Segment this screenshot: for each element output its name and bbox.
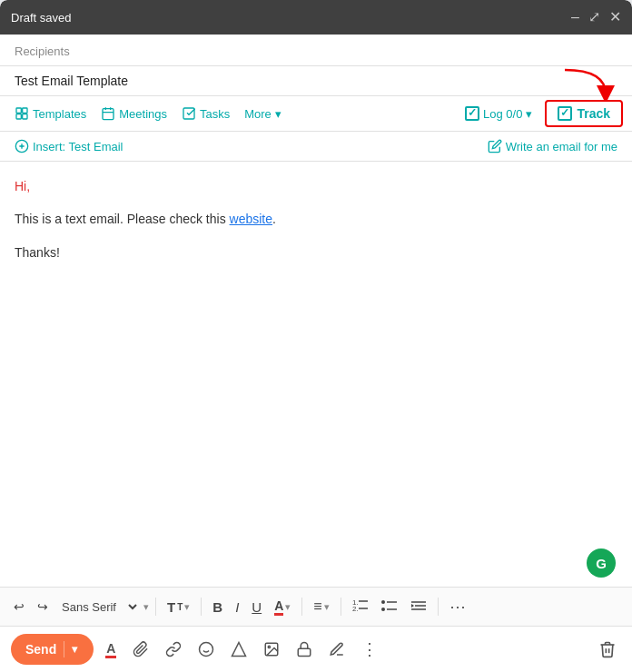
toolbar-row-1: Templates Meetings Tasks More ▾ Log 0/0 … [0, 96, 632, 132]
window-title: Draft saved [11, 11, 71, 25]
svg-rect-1 [23, 108, 27, 113]
send-label[interactable]: Send [25, 642, 56, 657]
close-icon[interactable]: ✕ [609, 10, 621, 25]
font-size-button[interactable]: T T ▾ [163, 596, 194, 618]
font-color-button[interactable]: A ▾ [270, 595, 295, 619]
align-button[interactable]: ≡ ▾ [309, 595, 333, 618]
send-arrow-icon[interactable]: ▾ [72, 643, 77, 656]
more-button[interactable]: More ▾ [239, 104, 287, 124]
more-label: More [244, 107, 272, 121]
grammarly-button[interactable]: G [587, 548, 616, 578]
send-bar: Send ▾ A [0, 626, 632, 672]
image-icon[interactable] [259, 637, 284, 661]
email-body[interactable]: Hi, This is a text email. Please check t… [0, 162, 632, 587]
redo-button[interactable]: ↪ [33, 596, 53, 618]
insert-icon [15, 139, 29, 153]
bold-button[interactable]: B [208, 596, 227, 618]
redo-icon: ↪ [37, 599, 48, 614]
separator-1 [155, 598, 156, 616]
title-bar-actions: – ⤢ ✕ [571, 10, 621, 25]
svg-rect-0 [16, 108, 21, 113]
grammarly-label: G [596, 556, 607, 571]
send-divider [64, 641, 64, 657]
toolbar-row-2: Insert: Test Email Write an email for me [0, 132, 632, 162]
svg-rect-29 [299, 648, 311, 656]
templates-label: Templates [33, 107, 86, 121]
track-check-icon [558, 106, 572, 121]
meetings-label: Meetings [119, 107, 167, 121]
body-wrapper: Hi, This is a text email. Please check t… [0, 162, 632, 587]
email-paragraph: This is a text email. Please check this … [15, 209, 617, 229]
track-label: Track [577, 106, 610, 121]
font-family-select[interactable]: Sans Serif Serif Monospace [56, 597, 140, 618]
log-button[interactable]: Log 0/0 ▾ [459, 103, 538, 124]
bullet-list-button[interactable] [377, 595, 402, 619]
recipients-row[interactable]: Recipients [0, 35, 632, 66]
separator-3 [301, 598, 302, 616]
svg-text:2.: 2. [352, 605, 359, 612]
align-chevron-icon: ▾ [324, 601, 330, 613]
svg-rect-2 [16, 114, 21, 119]
trash-button[interactable] [594, 637, 621, 662]
svg-rect-3 [23, 114, 27, 119]
more-format-icon: ⋯ [449, 597, 466, 617]
write-email-button[interactable]: Write an email for me [482, 135, 623, 157]
svg-point-16 [381, 600, 385, 604]
title-bar: Draft saved – ⤢ ✕ [0, 0, 632, 35]
font-size-icon: T [167, 599, 175, 615]
indent-icon [410, 598, 427, 616]
undo-button[interactable]: ↩ [9, 596, 29, 618]
emoji-icon[interactable] [193, 637, 219, 661]
expand-icon[interactable]: ⤢ [588, 10, 600, 25]
svg-rect-8 [183, 108, 194, 119]
font-dropdown-icon: ▾ [143, 601, 149, 613]
write-email-label: Write an email for me [506, 140, 617, 153]
shape-icon[interactable] [226, 637, 252, 661]
more-format-button[interactable]: ⋯ [445, 593, 470, 620]
email-greeting: Hi, [15, 176, 617, 196]
italic-icon: I [235, 599, 239, 615]
separator-4 [341, 598, 341, 616]
tasks-label: Tasks [200, 107, 230, 121]
tasks-button[interactable]: Tasks [176, 103, 235, 124]
italic-button[interactable]: I [231, 596, 243, 618]
text-color-icon[interactable]: A [101, 637, 121, 662]
separator-5 [438, 598, 439, 616]
meetings-icon [101, 106, 115, 121]
track-container: Track [541, 100, 623, 127]
undo-icon: ↩ [14, 599, 25, 614]
meetings-button[interactable]: Meetings [95, 103, 173, 124]
log-check-icon [465, 106, 479, 121]
indent-button[interactable] [406, 595, 431, 619]
minimize-icon[interactable]: – [571, 10, 579, 25]
svg-point-23 [200, 643, 213, 657]
write-email-icon [488, 139, 502, 153]
bold-icon: B [212, 599, 222, 615]
svg-point-18 [381, 608, 385, 611]
recipients-label: Recipients [15, 44, 70, 58]
more-options-icon[interactable]: ⋮ [357, 636, 383, 663]
link-icon[interactable] [161, 637, 186, 661]
pencil-icon[interactable] [324, 637, 350, 661]
svg-marker-26 [232, 643, 246, 657]
more-chevron-icon: ▾ [275, 107, 281, 121]
subject-value: Test Email Template [15, 74, 128, 88]
send-button[interactable]: Send ▾ [11, 634, 94, 665]
svg-point-28 [269, 646, 271, 647]
email-period: . [272, 212, 276, 226]
templates-icon [15, 106, 29, 121]
font-size-chevron-icon: ▾ [184, 601, 190, 613]
email-link[interactable]: website [230, 212, 272, 226]
insert-label: Insert: Test Email [33, 140, 123, 153]
font-color-icon: A [274, 598, 283, 616]
email-text: This is a text email. Please check this [15, 212, 230, 226]
subject-row[interactable]: Test Email Template [0, 66, 632, 96]
templates-button[interactable]: Templates [9, 103, 92, 124]
insert-button[interactable]: Insert: Test Email [9, 135, 128, 157]
attachment-icon[interactable] [128, 637, 153, 661]
lock-icon[interactable] [291, 637, 317, 661]
underline-button[interactable]: U [247, 596, 266, 618]
track-button[interactable]: Track [545, 100, 623, 127]
bullet-list-icon [381, 598, 398, 616]
ordered-list-button[interactable]: 1. 2. [348, 594, 373, 619]
